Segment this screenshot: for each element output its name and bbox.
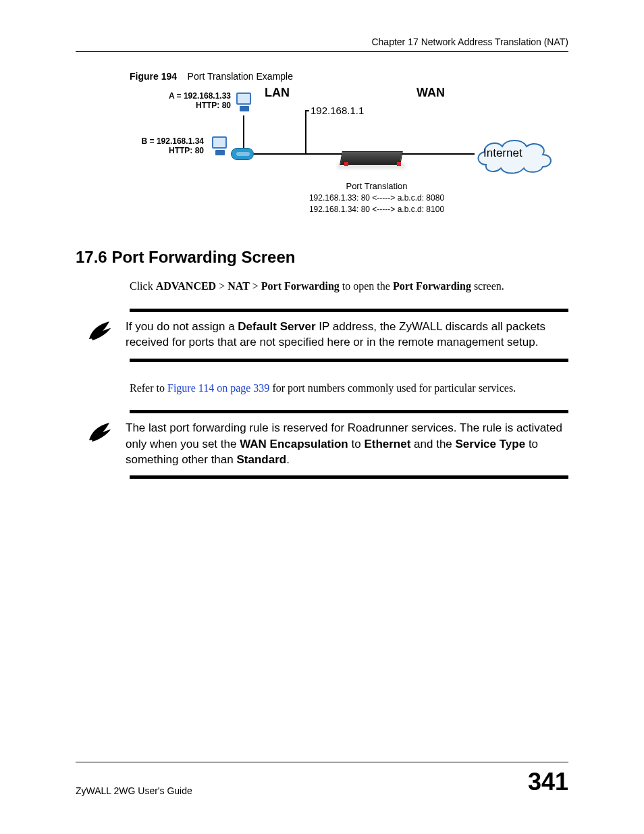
pt-title: Port Translation bbox=[289, 180, 464, 192]
section-heading: 17.6 Port Forwarding Screen bbox=[76, 248, 568, 267]
connector-line bbox=[243, 115, 244, 148]
page-number: 341 bbox=[528, 768, 568, 796]
text: to bbox=[348, 438, 365, 450]
page-header: Chapter 17 Network Address Translation (… bbox=[76, 36, 568, 52]
gateway-icon bbox=[340, 151, 403, 165]
text-bold: ADVANCED bbox=[156, 280, 217, 292]
note-text: If you do not assign a Default Server IP… bbox=[126, 319, 568, 350]
gateway-ip: 192.168.1.1 bbox=[311, 105, 364, 116]
wan-label: WAN bbox=[417, 86, 445, 100]
page-footer: ZyWALL 2WG User's Guide 341 bbox=[76, 762, 568, 796]
connector-line bbox=[402, 153, 475, 155]
text-bold: Standard bbox=[236, 453, 286, 466]
text-bold: WAN Encapsulation bbox=[240, 438, 348, 450]
text: screen. bbox=[471, 280, 504, 292]
pc-b-icon bbox=[212, 136, 228, 159]
host-a-label: A = 192.168.1.33 HTTP: 80 bbox=[157, 91, 231, 110]
note-bar bbox=[130, 475, 568, 479]
intro-paragraph: Click ADVANCED > NAT > Port Forwarding t… bbox=[130, 279, 568, 294]
figure-number: Figure 194 bbox=[130, 71, 177, 82]
text-bold: Port Forwarding bbox=[393, 280, 471, 292]
refer-paragraph: Refer to Figure 114 on page 339 for port… bbox=[130, 381, 568, 396]
host-b-ip: B = 192.168.1.34 bbox=[130, 136, 204, 146]
connector-line bbox=[254, 153, 342, 155]
host-a-proto: HTTP: 80 bbox=[157, 101, 231, 110]
connector-line bbox=[305, 110, 306, 153]
text: If you do not assign a bbox=[126, 320, 238, 333]
text-bold: NAT bbox=[227, 280, 250, 292]
text: and the bbox=[410, 438, 455, 450]
figure-diagram: LAN WAN 192.168.1.1 A = 192.168.1.33 HTT… bbox=[130, 86, 562, 221]
router-icon bbox=[231, 148, 254, 160]
text: for port numbers commonly used for parti… bbox=[269, 382, 516, 394]
host-b-proto: HTTP: 80 bbox=[130, 146, 204, 155]
figure-caption: Figure 194 Port Translation Example bbox=[130, 71, 568, 82]
text: Refer to bbox=[130, 382, 167, 394]
text: > bbox=[216, 280, 227, 292]
text: to open the bbox=[340, 280, 393, 292]
text: > bbox=[250, 280, 261, 292]
text: Click bbox=[130, 280, 156, 292]
gateway-led-icon bbox=[397, 162, 401, 166]
text-bold: Ethernet bbox=[364, 438, 410, 450]
pt-line-1: 192.168.1.33: 80 <-----> a.b.c.d: 8080 bbox=[289, 192, 464, 204]
host-a-ip: A = 192.168.1.33 bbox=[157, 91, 231, 101]
note-icon bbox=[84, 420, 116, 467]
note-icon bbox=[84, 319, 116, 350]
pt-line-2: 192.168.1.34: 80 <-----> a.b.c.d: 8100 bbox=[289, 204, 464, 215]
pc-a-icon bbox=[236, 93, 252, 115]
footer-guide-name: ZyWALL 2WG User's Guide bbox=[76, 785, 192, 796]
figure-block: Figure 194 Port Translation Example LAN … bbox=[130, 71, 568, 221]
text-bold: Default Server bbox=[238, 320, 315, 333]
cloud-label: Internet bbox=[483, 147, 522, 160]
note-block-1: If you do not assign a Default Server IP… bbox=[130, 309, 568, 362]
port-translation-text: Port Translation 192.168.1.33: 80 <-----… bbox=[289, 180, 464, 215]
cross-reference-link[interactable]: Figure 114 on page 339 bbox=[167, 382, 269, 394]
figure-title: Port Translation Example bbox=[188, 71, 293, 82]
lan-label: LAN bbox=[265, 86, 290, 100]
gateway-led-icon bbox=[344, 162, 348, 166]
connector-line bbox=[305, 110, 309, 111]
text-bold: Service Type bbox=[456, 438, 526, 450]
note-text: The last port forwarding rule is reserve… bbox=[126, 420, 568, 467]
note-bar bbox=[130, 359, 568, 362]
host-b-label: B = 192.168.1.34 HTTP: 80 bbox=[130, 136, 204, 155]
note-block-2: The last port forwarding rule is reserve… bbox=[130, 410, 568, 479]
text-bold: Port Forwarding bbox=[261, 280, 340, 292]
text: . bbox=[286, 453, 290, 466]
